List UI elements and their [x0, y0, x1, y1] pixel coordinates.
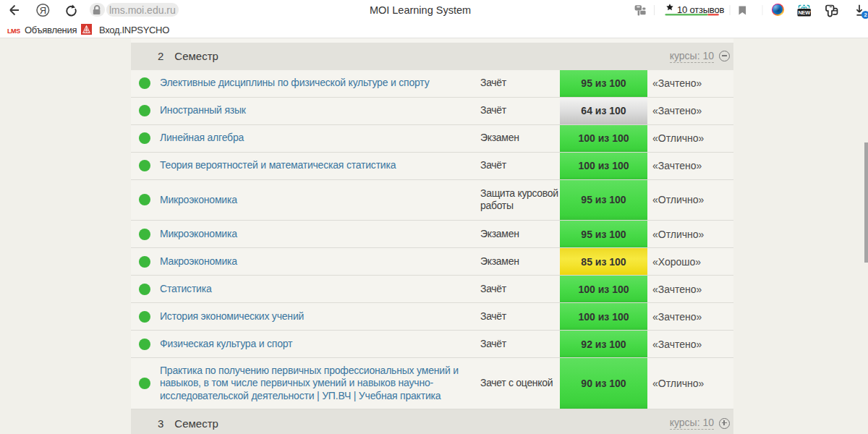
svg-text:NEW: NEW — [798, 9, 811, 16]
svg-text:Я: Я — [40, 5, 46, 16]
